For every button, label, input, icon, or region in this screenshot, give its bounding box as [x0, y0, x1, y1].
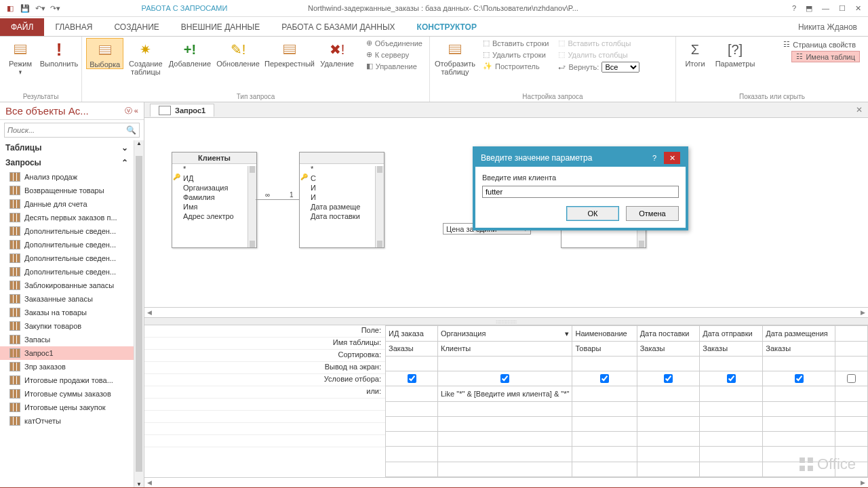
- grid-cell[interactable]: Заказы: [386, 341, 438, 356]
- nav-query-item[interactable]: Дополнительные сведен...: [0, 224, 134, 238]
- parameter-input[interactable]: [482, 186, 679, 198]
- diagram-pane[interactable]: Клиенты * ИД Организация Фамилия Имя Адр…: [144, 118, 868, 307]
- grid-cell[interactable]: Заказы: [637, 341, 700, 356]
- nav-query-item[interactable]: Дополнительные сведен...: [0, 251, 134, 265]
- grid-cell[interactable]: [438, 447, 572, 462]
- nav-query-item[interactable]: Дополнительные сведен...: [0, 238, 134, 251]
- delete-query-button[interactable]: ✖!Удаление: [319, 38, 355, 68]
- grid-cell[interactable]: [700, 432, 763, 447]
- grid-cell[interactable]: [386, 356, 438, 371]
- grid-cell[interactable]: [700, 401, 763, 416]
- crosstab-button[interactable]: Перекрестный: [264, 38, 315, 68]
- grid-cell[interactable]: Дата поставки: [637, 326, 700, 341]
- nav-section-queries[interactable]: Запросы⌃: [0, 155, 134, 170]
- nav-search[interactable]: 🔍: [4, 123, 140, 138]
- nav-query-item[interactable]: Анализ продаж: [0, 170, 134, 184]
- grid-cell[interactable]: Наименование: [572, 326, 637, 341]
- undo-icon[interactable]: ↶▾: [34, 2, 46, 14]
- close-icon[interactable]: ✕: [855, 4, 861, 13]
- minimize-icon[interactable]: —: [822, 4, 829, 13]
- make-table-button[interactable]: ✷Создание таблицы: [127, 38, 163, 76]
- delete-rows-button[interactable]: ⬚ Удалить строки: [480, 49, 551, 60]
- grid-cell[interactable]: [386, 401, 438, 416]
- grid-cell[interactable]: [835, 401, 867, 416]
- grid-cell[interactable]: [763, 386, 835, 401]
- grid-cell[interactable]: [438, 401, 572, 416]
- nav-query-item[interactable]: Запасы: [0, 333, 134, 346]
- grid-cell[interactable]: [637, 447, 700, 462]
- grid-cell[interactable]: [637, 401, 700, 416]
- tab-database-tools[interactable]: РАБОТА С БАЗАМИ ДАННЫХ: [271, 18, 406, 36]
- grid-cell[interactable]: [438, 462, 572, 476]
- grid-cell[interactable]: Организация▾: [438, 326, 572, 341]
- ok-button[interactable]: ОК: [566, 206, 619, 221]
- grid-cell[interactable]: [700, 462, 763, 476]
- grid-cell[interactable]: [386, 447, 438, 462]
- view-button[interactable]: Режим▾: [4, 38, 37, 77]
- grid-cell[interactable]: [763, 371, 835, 386]
- user-name[interactable]: Никита Жданов: [787, 18, 868, 36]
- union-button[interactable]: ⊕ Объединение: [363, 38, 425, 48]
- nav-query-item[interactable]: Дополнительные сведен...: [0, 265, 134, 279]
- grid-cell[interactable]: Заказы: [700, 341, 763, 356]
- grid-cell[interactable]: [572, 432, 637, 447]
- nav-section-tables[interactable]: Таблицы⌄: [0, 140, 134, 155]
- run-button[interactable]: !Выполнить: [41, 38, 77, 68]
- nav-query-item[interactable]: Данные для счета: [0, 197, 134, 211]
- grid-cell[interactable]: [572, 462, 637, 476]
- grid-cell[interactable]: Like "*" & [Введите имя клиента] & "*": [438, 386, 572, 401]
- grid-cell[interactable]: [637, 386, 700, 401]
- show-table-button[interactable]: Отобразить таблицу: [434, 38, 476, 76]
- nav-query-item[interactable]: Закупки товаров: [0, 319, 134, 333]
- ribbon-minimize-icon[interactable]: ⬒: [806, 4, 812, 13]
- grid-cell[interactable]: Заказы: [763, 341, 835, 356]
- grid-cell[interactable]: [637, 371, 700, 386]
- show-checkbox[interactable]: [600, 374, 609, 383]
- insert-rows-button[interactable]: ⬚ Вставить строки: [480, 38, 551, 48]
- passthrough-button[interactable]: ⊕ К серверу: [363, 49, 425, 60]
- grid-cell[interactable]: [572, 386, 637, 401]
- grid-cell[interactable]: [386, 432, 438, 447]
- nav-query-item[interactable]: Итоговые цены закупок: [0, 401, 134, 414]
- append-button[interactable]: +!Добавление: [167, 38, 212, 68]
- grid-cell[interactable]: [835, 356, 867, 371]
- show-checkbox[interactable]: [408, 374, 416, 383]
- show-checkbox[interactable]: [664, 374, 673, 383]
- tab-design[interactable]: КОНСТРУКТОР: [406, 18, 488, 36]
- save-icon[interactable]: 💾: [19, 2, 31, 14]
- grid-cell[interactable]: [438, 371, 572, 386]
- document-tab[interactable]: Запрос1: [150, 104, 214, 117]
- show-checkbox[interactable]: [795, 374, 804, 383]
- nav-query-item[interactable]: Десять первых заказов п...: [0, 211, 134, 224]
- grid-cell[interactable]: [700, 386, 763, 401]
- nav-search-input[interactable]: [5, 126, 123, 134]
- grid-cell[interactable]: [572, 356, 637, 371]
- grid-cell[interactable]: [835, 386, 867, 401]
- nav-query-item[interactable]: Итоговые продажи това...: [0, 373, 134, 387]
- grid-cell[interactable]: [637, 416, 700, 431]
- nav-query-item[interactable]: Заказы на товары: [0, 306, 134, 319]
- help-icon[interactable]: ?: [792, 4, 796, 13]
- grid-cell[interactable]: [700, 416, 763, 431]
- maximize-icon[interactable]: ☐: [839, 4, 846, 13]
- show-checkbox[interactable]: [500, 374, 509, 383]
- nav-query-item[interactable]: Заблокированные запасы: [0, 279, 134, 292]
- grid-cell[interactable]: [386, 371, 438, 386]
- grid-cell[interactable]: [386, 386, 438, 401]
- redo-icon[interactable]: ↷▾: [49, 2, 61, 14]
- grid-cell[interactable]: [438, 356, 572, 371]
- nav-query-item[interactable]: Возвращенные товары: [0, 184, 134, 197]
- show-checkbox[interactable]: [727, 374, 736, 383]
- table-names-button[interactable]: ☷ Имена таблиц: [791, 51, 860, 62]
- grid-cell[interactable]: [700, 447, 763, 462]
- grid-cell[interactable]: [835, 326, 867, 341]
- grid-cell[interactable]: Дата размещения: [763, 326, 835, 341]
- grid-cell[interactable]: Товары: [572, 341, 637, 356]
- grid-cell[interactable]: [637, 462, 700, 476]
- grid-cell[interactable]: [763, 432, 835, 447]
- totals-button[interactable]: ΣИтоги: [680, 38, 710, 68]
- nav-query-item[interactable]: Итоговые суммы заказов: [0, 387, 134, 401]
- close-document-icon[interactable]: ✕: [850, 105, 868, 115]
- dialog-help-icon[interactable]: ?: [646, 152, 663, 164]
- tab-create[interactable]: СОЗДАНИЕ: [103, 18, 170, 36]
